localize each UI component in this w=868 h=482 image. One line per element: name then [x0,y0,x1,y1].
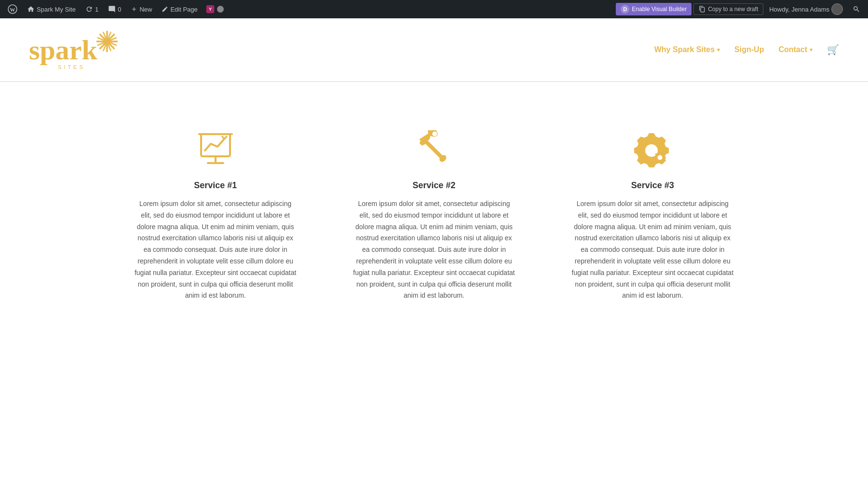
updates-button[interactable]: 1 [81,0,102,18]
chart-icon [196,130,235,169]
services-grid: Service #1 Lorem ipsum dolor sit amet, c… [116,121,752,311]
nav-contact-label: Contact [778,45,807,54]
comments-button[interactable]: 0 [104,0,125,18]
main-content: Service #1 Lorem ipsum dolor sit amet, c… [96,82,772,340]
wp-logo-button[interactable]: W [4,0,21,18]
service-card-1: Service #1 Lorem ipsum dolor sit amet, c… [116,121,315,311]
search-icon [853,5,860,13]
search-button[interactable] [849,5,864,13]
user-avatar [831,3,843,15]
edit-icon [162,6,168,13]
howdy-user[interactable]: Howdy, Jenna Adams [765,3,847,15]
new-button[interactable]: New [127,0,156,18]
admin-bar-right: D Enable Visual Builder Copy to a new dr… [616,3,864,15]
updates-count: 1 [95,6,98,13]
copy-draft-label: Copy to a new draft [708,6,758,13]
service-2-title: Service #2 [412,180,455,191]
refresh-icon [85,5,93,13]
admin-bar: W Spark My Site 1 0 New Edit Page Y [0,0,868,18]
cart-icon[interactable]: 🛒 [827,44,839,55]
copy-to-draft-button[interactable]: Copy to a new draft [693,3,763,15]
visual-builder-label: Enable Visual Builder [632,6,687,13]
svg-text:spark: spark [29,34,98,66]
why-chevron-icon: ▾ [717,47,720,53]
copy-icon [699,6,705,13]
nav-sign-up[interactable]: Sign-Up [734,45,764,54]
nav-contact[interactable]: Contact ▾ [778,45,813,54]
svg-text:SITES: SITES [58,64,85,70]
nav-why-spark-sites[interactable]: Why Spark Sites ▾ [654,45,720,54]
comments-count: 0 [118,6,121,13]
wp-logo-icon: W [8,4,17,14]
enable-visual-builder-button[interactable]: D Enable Visual Builder [616,3,692,15]
svg-point-25 [658,155,663,160]
yoast-icon-area: Y [205,4,224,14]
nav-why-label: Why Spark Sites [654,45,715,54]
contact-chevron-icon: ▾ [810,47,813,53]
divi-logo: D [621,5,629,14]
svg-text:Y: Y [209,7,212,12]
howdy-text: Howdy, Jenna Adams [769,6,829,13]
status-dot [217,6,224,13]
site-logo[interactable]: spark SITES [29,28,125,71]
gear-icon [633,130,672,169]
service-card-3: Service #3 Lorem ipsum dolor sit amet, c… [553,121,752,311]
spark-logo-svg: spark SITES [29,28,125,71]
svg-text:W: W [10,7,15,13]
comment-icon [108,5,116,13]
service-1-desc: Lorem ipsum dolor sit amet, consectetur … [134,198,298,302]
new-label: New [139,6,152,13]
service-2-desc: Lorem ipsum dolor sit amet, consectetur … [352,198,516,302]
home-icon [27,5,35,13]
site-header: spark SITES Why Spark Sites ▾ Sign-Up [0,18,868,82]
service-3-desc: Lorem ipsum dolor sit amet, consectetur … [570,198,734,302]
tools-icon [415,130,453,169]
edit-page-button[interactable]: Edit Page [158,0,201,18]
service-3-title: Service #3 [631,180,674,191]
nav-signup-label: Sign-Up [734,45,764,54]
service-card-2: Service #2 Lorem ipsum dolor sit amet, c… [334,121,533,311]
main-nav: Why Spark Sites ▾ Sign-Up Contact ▾ 🛒 [654,44,839,55]
service-1-title: Service #1 [194,180,237,191]
site-name-label: Spark My Site [37,6,76,13]
plus-icon [131,6,137,13]
yoast-icon: Y [205,4,215,14]
site-name-button[interactable]: Spark My Site [23,0,80,18]
edit-page-label: Edit Page [170,6,197,13]
